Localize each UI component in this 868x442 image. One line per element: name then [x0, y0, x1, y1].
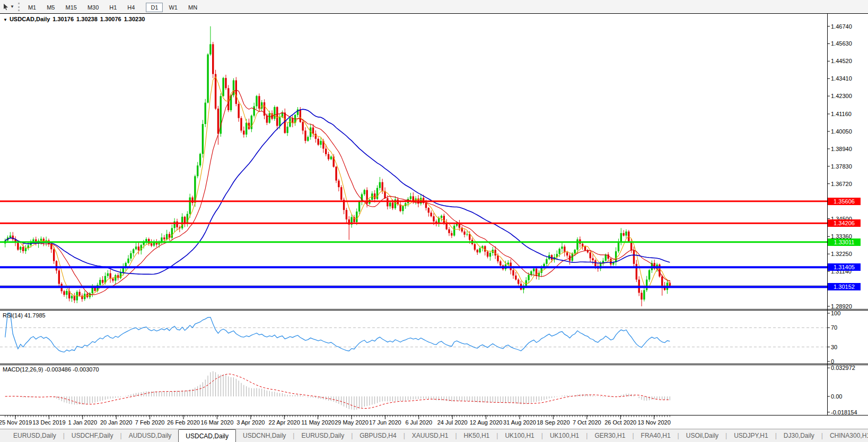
chart-tab-usdcad-daily[interactable]: USDCAD,Daily	[178, 429, 236, 442]
price-line-label: 1.33011	[828, 238, 861, 246]
chart-tab-xauusd-h1[interactable]: XAUUSD,H1	[405, 429, 455, 442]
rsi-scale-label: 0	[831, 358, 834, 365]
chart-tab-hk50-h1[interactable]: HK50,H1	[457, 429, 497, 442]
macd-label: MACD(12,26,9) -0.003486 -0.003070	[3, 366, 99, 373]
price-tick-label: 1.42300	[831, 93, 852, 99]
macd-signal-line	[5, 374, 670, 409]
macd-panel	[5, 371, 670, 410]
price-line-label: 1.31405	[828, 263, 861, 271]
quote-low: 1.30076	[100, 16, 121, 22]
chart-tab-bar: EURUSD,Daily|USDCHF,Daily|AUDUSD,DailyUS…	[0, 429, 868, 442]
chart-tab-usdcnh-daily[interactable]: USDCNH,Daily	[236, 429, 293, 442]
macd-scale-label: 0.00	[831, 393, 842, 400]
rsi-line	[5, 313, 670, 352]
moving-averages	[5, 77, 670, 297]
chart-tab-usdchf-daily[interactable]: USDCHF,Daily	[65, 429, 120, 442]
price-tick-label: 1.41160	[831, 111, 852, 117]
date-axis-label: 3 Apr 2020	[236, 419, 265, 426]
chart-title: ▼USDCAD,Daily1.301761.302381.300761.3023…	[3, 16, 147, 22]
chart-tab-ger30-h1[interactable]: GER30,H1	[588, 429, 632, 442]
date-axis-label: 7 Feb 2020	[135, 419, 165, 426]
rsi-value: 41.7985	[24, 312, 46, 319]
chart-tab-china300-h1[interactable]: CHINA300,H1	[823, 429, 868, 442]
chart-tab-uk100-h1[interactable]: UK100,H1	[543, 429, 586, 442]
chart-tab-dj30-daily[interactable]: DJ30,Daily	[777, 429, 821, 442]
date-axis-label: 7 Oct 2020	[573, 419, 601, 426]
chart-tab-usdjpy-h1[interactable]: USDJPY,H1	[727, 429, 775, 442]
chart-tab-audusd-daily[interactable]: AUDUSD,Daily	[122, 429, 179, 442]
quote-open: 1.30176	[52, 16, 74, 22]
date-axis-label: 26 Oct 2020	[604, 419, 636, 426]
date-axis-label: 29 May 2020	[335, 419, 369, 426]
date-axis-label: 11 May 2020	[301, 419, 335, 426]
chart-tab-eurusd-daily[interactable]: EURUSD,Daily	[6, 429, 63, 442]
price-line-label: 1.30152	[828, 283, 861, 290]
date-axis-label: 22 Apr 2020	[269, 419, 300, 426]
date-axis-label: 31 Aug 2020	[503, 419, 536, 426]
price-tick-label: 1.36720	[831, 181, 852, 187]
chart-tab-fra40-h1[interactable]: FRA40,H1	[634, 429, 678, 442]
chart-canvas	[0, 0, 868, 442]
date-axis-label: 13 Dec 2019	[32, 419, 65, 426]
chart-tab-uk100-h1[interactable]: UK100,H1	[498, 429, 541, 442]
price-tick-label: 1.28920	[831, 303, 852, 310]
price-tick-label: 1.43410	[831, 75, 852, 82]
ma-5-line	[5, 77, 670, 297]
rsi-scale-label: 30	[831, 344, 837, 350]
date-axis-label: 16 Mar 2020	[201, 419, 234, 426]
price-line-label: 1.35606	[828, 198, 861, 205]
chart-tab-usoil-daily[interactable]: USOil,Daily	[679, 429, 725, 442]
symbol-period-label: USDCAD,Daily	[10, 16, 50, 22]
price-tick-label: 1.38940	[831, 146, 852, 152]
price-tick-label: 1.46740	[831, 23, 852, 30]
chart-tab-gbpusd-h4[interactable]: GBPUSD,H4	[353, 429, 403, 442]
date-axis-label: 17 Jun 2020	[369, 419, 401, 426]
rsi-scale-label: 70	[831, 324, 837, 331]
price-tick-label: 1.44520	[831, 58, 852, 64]
rsi-panel	[0, 313, 827, 352]
horizontal-level-lines	[0, 201, 827, 287]
quote-close: 1.30230	[124, 16, 145, 22]
quote-high: 1.30238	[76, 16, 98, 22]
ma-40-line	[5, 109, 670, 274]
price-tick-label: 1.40050	[831, 128, 852, 135]
date-axis-label: 6 Jul 2020	[405, 419, 432, 426]
date-axis-label: 18 Sep 2020	[537, 419, 569, 426]
date-axis-label: 13 Nov 2020	[637, 419, 670, 426]
date-axis-label: 12 Aug 2020	[470, 419, 503, 426]
date-axis-label: 20 Jan 2020	[100, 419, 133, 426]
date-axis-label: 24 Jul 2020	[437, 419, 468, 426]
macd-main-value: -0.003486	[45, 366, 71, 373]
symbol-collapse-icon[interactable]: ▼	[3, 17, 7, 22]
date-axis-label: 1 Jan 2020	[68, 419, 97, 426]
macd-scale-label: 0.032972	[831, 365, 855, 371]
price-tick-label: 1.37830	[831, 163, 852, 170]
price-line-label: 1.34206	[828, 219, 861, 227]
date-axis-label: 25 Nov 2019	[0, 419, 32, 426]
panel-borders	[0, 14, 868, 416]
price-tick-label: 1.32250	[831, 251, 852, 257]
rsi-scale-label: 100	[831, 310, 840, 316]
macd-signal-value: -0.003070	[73, 366, 99, 373]
chart-tab-eurusd-daily[interactable]: EURUSD,Daily	[294, 429, 351, 442]
ma-13-line	[5, 90, 670, 295]
rsi-label: RSI(14) 41.7985	[3, 312, 46, 319]
date-axis-label: 26 Feb 2020	[167, 419, 200, 426]
price-tick-label: 1.45630	[831, 40, 852, 47]
macd-scale-label: -0.018154	[831, 409, 857, 416]
mt4-terminal: { "toolbar": { "cursor_tool": "cursor-po…	[0, 0, 868, 442]
